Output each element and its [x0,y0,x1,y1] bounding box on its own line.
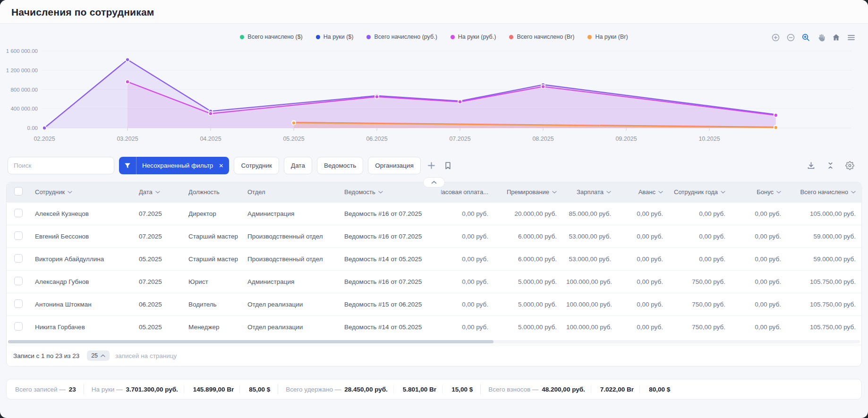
data-point [126,80,129,84]
table-cell: Директор [184,202,243,225]
column-header[interactable]: Всего начислено [786,182,862,202]
sort-chevron-icon [658,191,663,194]
column-header[interactable]: Аванс [616,182,668,202]
table-cell: 0,00 руб. [616,225,668,247]
table-cell: Менеджер [184,316,243,338]
column-header[interactable]: Ведомость [340,182,436,202]
column-header[interactable]: Бонус [730,182,786,202]
table-row[interactable]: Антонина Штокман06.2025ВодительОтдел реа… [7,293,862,316]
table-row[interactable]: Никита Горбачев05.2025МенеджерОтдел реал… [7,316,862,338]
column-header[interactable]: Зарплата [562,182,616,202]
filter-chip[interactable]: Дата [284,157,312,174]
summary-bar: Всего записей —23На руки —3.701.300,00 р… [6,379,862,400]
page-title: Начисления по сотрудникам [11,7,857,18]
table-cell: 0,00 руб. [436,293,493,316]
pagination-bar: Записи с 1 по 23 из 23 25 записей на стр… [7,345,861,366]
horizontal-scrollbar[interactable] [8,340,860,343]
data-point [375,95,379,99]
row-checkbox[interactable] [14,254,23,263]
table-cell: 6.000,00 руб. [493,225,562,247]
zoom-out-tool-icon[interactable] [785,32,796,43]
legend-item[interactable]: На руки (Br) [587,34,628,40]
summary-value: 23 [69,386,76,393]
table-cell: 07.2025 [134,270,184,293]
legend-item[interactable]: Всего начислено ($) [240,34,302,40]
sort-chevron-icon [378,191,383,194]
filter-chip[interactable]: Сотрудник [234,157,279,174]
accruals-chart[interactable]: 0.00400 000.00800 000.001 200 000.001 60… [0,43,868,150]
download-button[interactable] [805,160,817,171]
collapse-header-button[interactable] [423,177,445,188]
page-size-select[interactable]: 25 [87,350,110,361]
bookmark-button[interactable] [442,160,454,171]
table-row[interactable]: Алексей Кузнецов07.2025ДиректорАдминистр… [7,202,862,225]
remove-filter-icon[interactable]: ✕ [217,157,229,174]
table-cell: 0,00 руб. [730,293,786,316]
legend-label: На руки (Br) [595,34,628,40]
table-cell: 0,00 руб. [616,316,668,338]
column-header[interactable]: Сотрудник года [668,182,730,202]
unsaved-filter-chip[interactable]: Несохраненный фильтр ✕ [119,157,229,174]
table-row[interactable]: Евгений Бессонов07.2025Старший мастерПро… [7,225,862,247]
table-cell: Ведомость #16 от 07.2025 [340,225,436,247]
x-axis-tick-label: 03.2025 [117,136,138,142]
menu-tool-icon[interactable] [846,32,857,43]
table-actions [805,160,860,171]
sort-chevron-icon [68,191,72,194]
add-filter-button[interactable] [425,160,437,171]
box-zoom-tool-icon[interactable] [800,32,811,43]
page-size-suffix: записей на страницу [115,352,177,359]
table-cell: 07.2025 [134,202,184,225]
table-row[interactable]: Виктория Абайдуллина05.2025Старший масте… [7,247,862,270]
collapse-rows-button[interactable] [825,160,836,171]
table-cell: 105.750,00 руб. [786,270,862,293]
table-cell: 0,00 руб. [436,225,493,247]
search-input[interactable] [8,157,114,174]
chart-legend: Всего начислено ($)На руки ($)Всего начи… [0,31,868,43]
row-checkbox[interactable] [14,209,23,217]
settings-button[interactable] [844,160,856,171]
table-cell: 0,00 руб. [730,316,786,338]
sort-chevron-icon [851,191,856,194]
table-cell: Виктория Абайдуллина [30,247,134,270]
pan-tool-icon[interactable] [816,32,826,43]
legend-item[interactable]: На руки (руб.) [451,34,496,40]
filter-chip[interactable]: Ведомость [317,157,363,174]
table-cell: 0,00 руб. [668,247,730,270]
y-axis-tick-label: 1 200 000.00 [6,68,38,73]
column-label: Аванс [638,188,655,196]
x-axis-tick-label: 02.2025 [34,136,55,142]
y-axis-tick-label: 0.00 [27,125,38,131]
table-cell: Александр Губнов [30,270,134,293]
row-checkbox[interactable] [14,277,23,285]
row-checkbox[interactable] [14,299,23,308]
table-cell: 0,00 руб. [616,247,668,270]
column-header[interactable]: Сотрудник [30,182,134,202]
column-label: Сотрудник [35,188,65,196]
summary-group: Всего записей —23 [15,386,76,393]
table-cell: 0,00 руб. [730,202,786,225]
table-cell: 53.000,00 руб. [562,225,616,247]
reset-home-tool-icon[interactable] [831,32,842,43]
zoom-in-tool-icon[interactable] [770,32,781,43]
column-header[interactable]: Дата [134,182,184,202]
page-header: Начисления по сотрудникам [0,0,868,24]
table-row[interactable]: Александр Губнов07.2025ЮристАдминистраци… [7,270,862,293]
column-label: Дата [139,188,153,196]
filter-chip[interactable]: Организация [368,157,420,174]
summary-label: Всего взносов — [488,386,538,393]
table-cell: Администрация [243,270,340,293]
table-cell: 105.750,00 руб. [786,316,862,338]
scrollbar-thumb[interactable] [8,340,494,343]
x-axis-tick-label: 05.2025 [283,136,304,142]
column-header[interactable]: Премирование [493,182,562,202]
sort-chevron-icon [776,191,781,194]
row-checkbox[interactable] [14,231,23,240]
legend-item[interactable]: Всего начислено (Br) [509,34,574,40]
chart-toolbar [770,32,857,43]
row-checkbox[interactable] [14,322,23,331]
select-all-checkbox[interactable] [14,187,23,196]
legend-item[interactable]: Всего начислено (руб.) [366,34,437,40]
x-axis-tick-label: 10.2025 [698,136,720,142]
legend-item[interactable]: На руки ($) [316,34,354,40]
